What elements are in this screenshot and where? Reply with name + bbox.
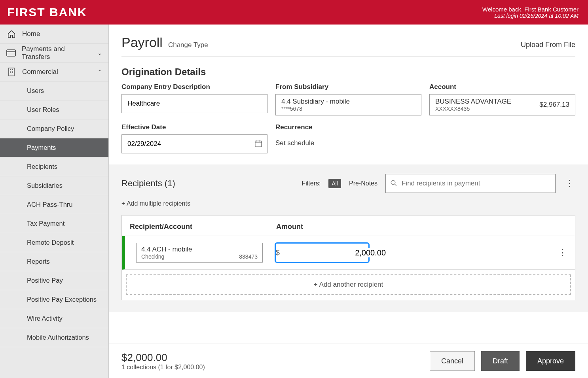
col-recipient-account: Recipient/Account: [130, 223, 276, 231]
amount-input-wrap[interactable]: $: [275, 242, 370, 263]
page-title: Payroll: [121, 35, 163, 50]
filters-label: Filters:: [302, 180, 321, 187]
search-icon: [390, 180, 397, 187]
set-schedule-link[interactable]: Set schedule: [275, 134, 421, 147]
last-login-text: Last login 02/26/2024 at 10:02 AM: [482, 13, 579, 19]
home-icon: [6, 30, 17, 38]
recipient-row-options-icon[interactable]: ⋮: [558, 248, 567, 258]
nav-subsidiaries[interactable]: Subsidiaries: [0, 176, 108, 195]
welcome-text: Welcome back, First Bank Customer: [482, 6, 579, 13]
account-select[interactable]: BUSINESS ADVANTAGE XXXXXX8435 $2,967.13: [429, 94, 575, 115]
nav-positive-pay[interactable]: Positive Pay: [0, 271, 108, 290]
origination-title: Origination Details: [109, 57, 588, 81]
nav-payments-transfers-label: Payments and Transfers: [22, 45, 92, 61]
cancel-button[interactable]: Cancel: [430, 351, 475, 371]
effective-date-label: Effective Date: [121, 123, 267, 131]
nav-remote-deposit[interactable]: Remote Deposit: [0, 233, 108, 252]
nav-recipients[interactable]: Recipients: [0, 157, 108, 176]
account-balance: $2,967.13: [539, 101, 569, 109]
approve-button[interactable]: Approve: [526, 351, 575, 371]
recipients-title: Recipients (1): [121, 178, 175, 189]
nav-commercial-label: Commercial: [22, 68, 58, 76]
subsidiary-name: 4.4 Subsidiary - mobile: [281, 98, 415, 106]
recipient-account-number: 838473: [239, 253, 258, 260]
recipients-options-icon[interactable]: ⋮: [563, 178, 575, 189]
recipient-account-select[interactable]: 4.4 ACH - mobile Checking 838473: [136, 243, 263, 263]
account-mask: XXXXXX8435: [435, 106, 511, 112]
recurrence-label: Recurrence: [275, 123, 421, 131]
nav-commercial[interactable]: Commercial ⌃: [0, 62, 108, 81]
nav-positive-pay-exceptions[interactable]: Positive Pay Exceptions: [0, 290, 108, 309]
top-banner: FIRST BANK Welcome back, First Bank Cust…: [0, 0, 588, 25]
col-amount: Amount: [276, 223, 379, 231]
recipient-search-input[interactable]: [385, 174, 556, 193]
recipient-account-type: Checking: [141, 253, 164, 260]
effective-date-input[interactable]: [121, 134, 267, 153]
welcome-block: Welcome back, First Bank Customer Last l…: [482, 6, 579, 19]
nav-payments[interactable]: Payments: [0, 138, 108, 157]
total-amount: $2,000.00: [121, 352, 205, 364]
recipient-row: 4.4 ACH - mobile Checking 838473 $ ⋮: [122, 236, 575, 270]
account-label: Account: [429, 83, 575, 91]
nav-home[interactable]: Home: [0, 25, 108, 43]
subsidiary-mask: ****5678: [281, 106, 415, 112]
nav-ach-passthru[interactable]: ACH Pass-Thru: [0, 195, 108, 214]
company-entry-input[interactable]: [121, 94, 267, 113]
nav-reports[interactable]: Reports: [0, 252, 108, 271]
footer-bar: $2,000.00 1 collections (1 for $2,000.00…: [109, 344, 588, 378]
nav-users[interactable]: Users: [0, 81, 108, 100]
chevron-down-icon: ⌄: [97, 50, 102, 56]
account-name: BUSINESS ADVANTAGE: [435, 98, 511, 106]
upload-from-file-link[interactable]: Upload From File: [521, 41, 575, 49]
building-icon: [6, 68, 17, 76]
svg-point-13: [391, 180, 395, 185]
dollar-sign-icon: $: [276, 244, 280, 262]
filter-all-pill[interactable]: All: [328, 179, 341, 188]
filter-prenotes[interactable]: Pre-Notes: [349, 180, 377, 187]
card-icon: [6, 49, 16, 57]
recipients-table: Recipient/Account Amount 4.4 ACH - mobil…: [121, 215, 575, 300]
svg-rect-9: [255, 141, 262, 147]
from-subsidiary-select[interactable]: 4.4 Subsidiary - mobile ****5678: [275, 94, 421, 115]
draft-button[interactable]: Draft: [481, 351, 520, 371]
collections-summary: 1 collections (1 for $2,000.00): [121, 364, 205, 371]
nav-company-policy[interactable]: Company Policy: [0, 119, 108, 138]
nav-home-label: Home: [22, 30, 40, 38]
brand-logo: FIRST BANK: [7, 6, 87, 19]
add-another-recipient-button[interactable]: + Add another recipient: [126, 274, 571, 295]
nav-wire-activity[interactable]: Wire Activity: [0, 309, 108, 328]
svg-line-14: [395, 184, 396, 186]
nav-tax-payment[interactable]: Tax Payment: [0, 214, 108, 233]
nav-payments-transfers[interactable]: Payments and Transfers ⌄: [0, 43, 108, 62]
recipient-name: 4.4 ACH - mobile: [141, 246, 258, 253]
svg-rect-2: [9, 68, 14, 76]
change-type-link[interactable]: Change Type: [168, 41, 208, 49]
amount-input[interactable]: [280, 248, 391, 257]
chevron-up-icon: ⌃: [97, 69, 102, 75]
svg-rect-0: [7, 50, 15, 56]
calendar-icon[interactable]: [254, 139, 263, 148]
add-multiple-recipients-link[interactable]: + Add multiple recipients: [109, 197, 588, 215]
company-entry-label: Company Entry Description: [121, 83, 267, 91]
nav-user-roles[interactable]: User Roles: [0, 100, 108, 119]
nav-mobile-authorizations[interactable]: Mobile Authorizations: [0, 328, 108, 347]
sidebar: Home Payments and Transfers ⌄ Commercial…: [0, 25, 109, 378]
from-subsidiary-label: From Subsidiary: [275, 83, 421, 91]
